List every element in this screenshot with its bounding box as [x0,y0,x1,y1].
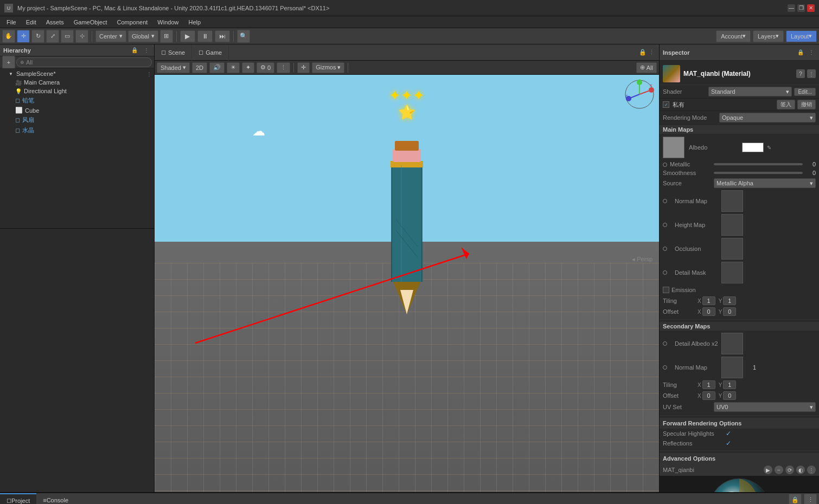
play-controls: ▶ ⏸ ⏭ [180,30,230,42]
occlusion-row: Occlusion [660,237,819,261]
play-button[interactable]: ▶ [180,30,195,42]
uv-set-dropdown[interactable]: UV0 ▾ [714,402,816,412]
detail-albedo-texture[interactable] [721,333,743,354]
scene-view[interactable]: ☁ ✦✦✦⭐ [155,75,659,492]
menu-gameobject[interactable]: GameObject [69,18,112,27]
search-button[interactable]: 🔍 [237,30,250,43]
normal-map-texture[interactable] [721,190,743,212]
move-tool-button[interactable]: ✛ [17,30,30,43]
forward-rendering-header: Forward Rendering Options [660,418,819,429]
lighting-button[interactable]: ☀ [227,62,240,73]
hierarchy-item-maincamera[interactable]: 🎥 Main Camera [0,78,154,87]
private-checkbox[interactable]: ✓ [663,101,669,108]
hierarchy-item-crystal[interactable]: ◻ 水晶 [0,125,154,135]
snap-settings-button[interactable]: ⊞ [160,30,173,43]
albedo-color-box[interactable] [742,143,764,152]
menu-window[interactable]: Window [153,18,183,27]
app-icon: U [4,4,13,12]
mat-minus-button[interactable]: − [775,466,783,474]
source-dropdown[interactable]: Metallic Alpha ▾ [714,178,816,188]
occlusion-texture[interactable] [721,238,743,260]
menu-file[interactable]: File [2,18,21,27]
metallic-slider[interactable] [714,163,803,165]
hierarchy-item-directionallight[interactable]: 💡 Directional Light [0,87,154,95]
signin-button[interactable]: 签入 [777,100,795,109]
mat-cycle-button[interactable]: ⟳ [785,466,794,474]
audio-button[interactable]: 🔊 [209,62,225,73]
account-button[interactable]: Account ▾ [716,30,751,42]
offset-label: Offset [663,308,695,315]
hierarchy-add-button[interactable]: + [2,56,15,69]
menu-assets[interactable]: Assets [42,18,68,27]
undo-button[interactable]: 撤销 [797,100,816,109]
global-dropdown[interactable]: Global ▾ [128,30,158,42]
shader-dropdown[interactable]: Standard ▾ [708,87,792,96]
rotate-tool-button[interactable]: ↻ [31,30,44,43]
material-more-button[interactable]: ⋮ [807,69,816,78]
tiling-y-value[interactable]: 1 [723,296,736,305]
hierarchy-item-fan[interactable]: ◻ 风扇 [0,115,154,125]
scene-lock-icon[interactable]: 🔒 [639,49,647,56]
transform-tool-button[interactable]: ⊹ [75,30,88,43]
minimize-button[interactable]: — [788,4,795,12]
material-question-button[interactable]: ? [796,69,805,78]
sec-normal-texture[interactable] [721,357,743,378]
menu-help[interactable]: Help [184,18,205,27]
fx-button[interactable]: ✦ [242,62,254,73]
pause-button[interactable]: ⏸ [197,30,213,42]
layout-button[interactable]: Layout ▾ [786,30,817,42]
mat-more-button[interactable]: ⋮ [807,466,816,474]
hierarchy-item-samplescene[interactable]: ▼ SampleScene* ⋮ [0,69,154,78]
center-dropdown[interactable]: Center ▾ [95,30,126,42]
more-scene-button[interactable]: ⋮ [277,62,290,73]
hierarchy-item-cube[interactable]: ⬜ Cube [0,106,154,115]
scene-options-icon[interactable]: ⋮ [146,71,152,77]
2d-button[interactable]: 2D [192,62,207,73]
albedo-texture-box[interactable] [663,137,684,158]
all-layers-dropdown[interactable]: ⊕ All [636,62,657,73]
tab-game[interactable]: ◻ Game [192,44,229,61]
inspector-lock-button[interactable]: 🔒 [796,48,805,57]
proj-more-button[interactable]: ⋮ [804,494,817,505]
albedo-picker-icon[interactable]: ✎ [767,145,771,151]
sec-offset-x[interactable]: 0 [702,391,715,400]
gizmos-dropdown[interactable]: Gizmos ▾ [312,62,344,73]
menu-component[interactable]: Component [112,18,152,27]
mat-color-button[interactable]: ◐ [796,466,805,474]
scene-more-icon[interactable]: ⋮ [649,49,655,56]
sec-tiling-y[interactable]: 1 [723,380,736,389]
mat-play-button[interactable]: ▶ [764,466,772,474]
rendering-mode-dropdown[interactable]: Opaque ▾ [719,113,816,122]
hand-tool-button[interactable]: ✋ [2,30,15,43]
sec-tiling-x[interactable]: 1 [702,380,715,389]
hierarchy-item-pencil[interactable]: ◻ 铅笔 [0,95,154,106]
layers-button[interactable]: Layers ▾ [753,30,784,42]
smoothness-slider[interactable] [714,172,803,174]
scene-layers-dropdown[interactable]: ⚙0 [257,62,274,73]
shading-dropdown[interactable]: Shaded ▾ [157,62,190,73]
emission-checkbox[interactable] [663,287,669,293]
tab-project[interactable]: ◻ Project [0,493,36,505]
rect-tool-button[interactable]: ▭ [61,30,74,43]
maximize-button[interactable]: ❐ [797,4,805,12]
scale-tool-button[interactable]: ⤢ [46,30,59,43]
hierarchy-lock-button[interactable]: 🔒 [130,46,139,55]
step-button[interactable]: ⏭ [215,30,230,42]
tiling-x-value[interactable]: 1 [702,296,715,305]
height-map-texture[interactable] [721,214,743,236]
tab-scene[interactable]: ◻ Scene [155,44,192,61]
detail-mask-texture[interactable] [721,262,743,283]
shader-edit-button[interactable]: Edit... [794,88,816,96]
sec-offset-y[interactable]: 0 [723,391,736,400]
svg-marker-12 [461,247,469,259]
close-button[interactable]: ✕ [807,4,815,12]
proj-lock-button[interactable]: 🔒 [789,494,802,505]
tab-console[interactable]: ≡ Console [36,493,75,505]
menu-edit[interactable]: Edit [22,18,41,27]
offset-y-item: Y 0 [719,307,737,316]
inspector-more-button[interactable]: ⋮ [807,48,816,57]
offset-x-value[interactable]: 0 [702,307,715,316]
move-widget-button[interactable]: ✛ [297,62,310,73]
hierarchy-more-button[interactable]: ⋮ [142,46,151,55]
offset-y-value[interactable]: 0 [723,307,736,316]
